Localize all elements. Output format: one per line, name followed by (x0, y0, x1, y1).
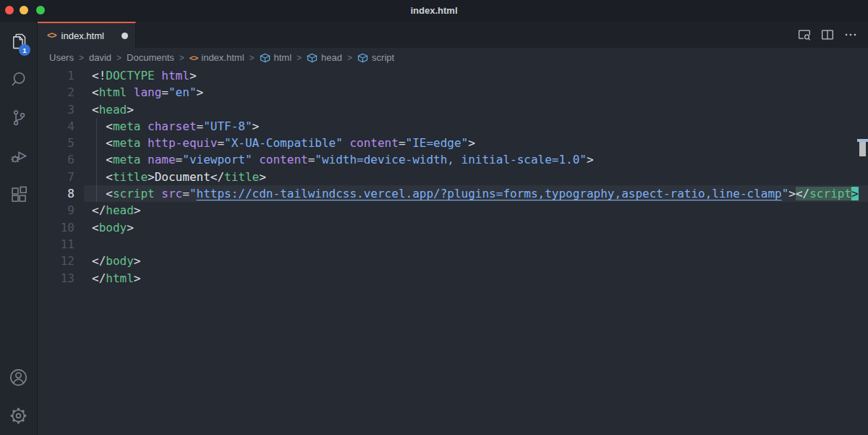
breadcrumb-item-users[interactable]: Users (49, 52, 74, 63)
more-actions-button[interactable] (842, 26, 859, 43)
code-segment: </ (92, 271, 106, 285)
code-text: <title>Document</title> (75, 170, 266, 184)
code-line[interactable]: 13</html> (38, 270, 868, 287)
code-segment: meta (113, 136, 141, 150)
code-segment: </ (92, 203, 106, 217)
code-segment: > (468, 136, 475, 150)
code-segment: <! (92, 69, 106, 83)
breadcrumb-item-head[interactable]: head (307, 52, 342, 63)
code-segment: > (134, 254, 141, 268)
ellipsis-icon (843, 27, 859, 43)
code-line[interactable]: 1<!DOCTYPE html> (38, 67, 868, 84)
code-segment: DOCTYPE (106, 69, 154, 83)
code-segment: > (127, 221, 134, 235)
activity-item-run-debug[interactable] (0, 137, 37, 175)
breadcrumb-item-html[interactable]: html (260, 52, 292, 63)
code-line[interactable]: 11 (38, 236, 868, 253)
code-segment: html (99, 85, 127, 99)
breadcrumb-item-script[interactable]: script (357, 52, 394, 63)
activity-item-settings[interactable] (0, 397, 37, 435)
code-editor[interactable]: 1<!DOCTYPE html>2<html lang="en">3<head>… (38, 67, 868, 435)
symbol-box-icon (307, 53, 318, 63)
line-number: 12 (38, 253, 75, 269)
code-segment: http-equiv (148, 136, 217, 150)
breadcrumb-label: david (89, 52, 111, 63)
code-segment (252, 153, 260, 166)
code-segment: script (113, 187, 155, 200)
breadcrumb-separator: > (297, 53, 302, 63)
breadcrumb-item-documents[interactable]: Documents (127, 52, 174, 63)
code-text: </html> (75, 271, 140, 285)
code-line[interactable]: 3<head> (38, 101, 868, 118)
code-segment: " (190, 187, 197, 200)
activity-item-search[interactable] (0, 60, 37, 98)
line-number: 7 (38, 169, 75, 185)
code-line[interactable]: 6 <meta name="viewport" content="width=d… (38, 151, 868, 168)
activity-item-explorer[interactable]: 1 (0, 22, 37, 60)
code-segment: > (851, 187, 859, 200)
code-segment: > (259, 170, 266, 184)
line-number: 3 (38, 101, 75, 118)
code-segment: > (587, 153, 594, 166)
code-segment: < (106, 153, 113, 166)
code-segment: > (134, 203, 141, 217)
activity-item-accounts[interactable] (0, 358, 37, 397)
code-segment: name (148, 153, 176, 166)
code-segment (155, 69, 162, 83)
line-number: 9 (38, 202, 75, 219)
code-segment: = (161, 85, 169, 99)
code-segment: < (92, 85, 99, 99)
code-segment: content (259, 153, 307, 166)
code-segment: = (176, 153, 183, 166)
code-segment: html (106, 271, 134, 285)
code-segment (92, 170, 106, 184)
code-line[interactable]: 10<body> (38, 219, 868, 236)
code-segment: < (106, 136, 113, 150)
code-line[interactable]: 7 <title>Document</title> (38, 169, 868, 185)
code-segment: "IE=edge" (406, 136, 469, 150)
code-segment: meta (113, 153, 141, 166)
code-line[interactable]: 12</body> (38, 253, 868, 269)
tab-index-html[interactable]: <> index.html (38, 22, 136, 48)
code-line[interactable]: 2<html lang="en"> (38, 84, 868, 101)
breadcrumb-separator: > (116, 53, 122, 63)
code-segment: > (788, 187, 796, 200)
line-number: 4 (38, 118, 75, 135)
code-line[interactable]: 8 <script src="https://cdn-tailwindcss.v… (38, 185, 868, 202)
activity-item-source-control[interactable] (0, 98, 37, 137)
open-preview-button[interactable] (796, 26, 813, 43)
window-title: index.html (0, 0, 868, 22)
code-segment: < (106, 119, 113, 133)
source-control-icon (9, 108, 28, 127)
code-segment: < (92, 221, 99, 235)
code-line[interactable]: 4 <meta charset="UTF-8"> (38, 118, 868, 135)
code-segment: = (308, 153, 315, 166)
tab-actions (796, 22, 868, 48)
breadcrumb-label: index.html (201, 52, 244, 63)
code-text: <body> (75, 221, 134, 235)
code-segment: charset (148, 119, 196, 133)
modified-indicator-dot[interactable] (122, 33, 128, 39)
code-segment (140, 136, 148, 150)
code-segment: > (197, 85, 204, 99)
run-debug-icon (9, 146, 28, 166)
code-segment: < (106, 187, 113, 200)
code-text: <meta http-equiv="X-UA-Compatible" conte… (75, 136, 475, 150)
code-segment: = (217, 136, 224, 150)
breadcrumb-label: html (274, 52, 292, 63)
breadcrumb: Users>david>Documents><>index.html>html>… (38, 48, 868, 67)
split-editor-button[interactable] (819, 26, 836, 43)
breadcrumb-item-david[interactable]: david (89, 52, 111, 63)
code-segment: head (106, 203, 134, 217)
breadcrumb-item-index-html[interactable]: <>index.html (190, 52, 244, 63)
code-line[interactable]: 5 <meta http-equiv="X-UA-Compatible" con… (38, 135, 868, 151)
code-line[interactable]: 9</head> (38, 202, 868, 219)
vscode-window: index.html 1 (0, 0, 868, 435)
activity-item-extensions[interactable] (0, 175, 37, 214)
code-segment: "width=device-width, initial-scale=1.0" (315, 153, 587, 166)
activity-bar: 1 (0, 22, 38, 435)
tab-bar: <> index.html (38, 22, 868, 48)
code-segment: head (99, 103, 127, 117)
symbol-box-icon (260, 53, 271, 63)
code-segment: < (92, 103, 99, 117)
